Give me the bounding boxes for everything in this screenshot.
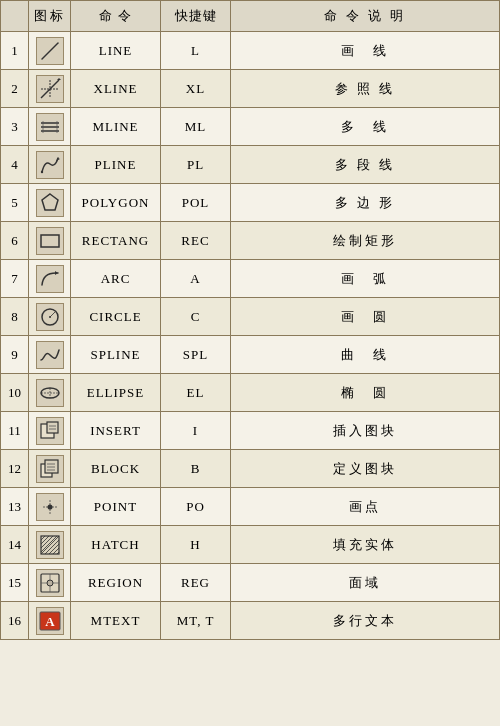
row-icon [29, 336, 71, 374]
row-icon [29, 108, 71, 146]
svg-rect-26 [45, 460, 58, 473]
row-desc: 曲 线 [231, 336, 500, 374]
svg-rect-22 [47, 422, 58, 433]
row-num: 2 [1, 70, 29, 108]
hatch-icon [36, 531, 64, 559]
mtext-icon: A [36, 607, 64, 635]
table-row: 1 LINE L 画 线 [1, 32, 500, 70]
table-header: 图标 命 令 快捷键 命 令 说 明 [1, 1, 500, 32]
row-icon [29, 564, 71, 602]
row-shortcut: SPL [161, 336, 231, 374]
svg-marker-11 [56, 158, 60, 161]
row-shortcut: H [161, 526, 231, 564]
row-icon [29, 526, 71, 564]
row-desc: 参 照 线 [231, 70, 500, 108]
table-row: 10 ELLIPSE EL 椭 圆 [1, 374, 500, 412]
svg-marker-12 [42, 194, 58, 210]
polygon-icon [36, 189, 64, 217]
spline-icon [36, 341, 64, 369]
table-row: 12 BLOCK B 定义图块 [1, 450, 500, 488]
header-desc: 命 令 说 明 [231, 1, 500, 32]
row-num: 11 [1, 412, 29, 450]
row-shortcut: L [161, 32, 231, 70]
table-row: 4 PLINE PL 多 段 线 [1, 146, 500, 184]
xline-icon [36, 75, 64, 103]
header-num [1, 1, 29, 32]
header-cmd: 命 令 [71, 1, 161, 32]
row-num: 7 [1, 260, 29, 298]
pline-icon [36, 151, 64, 179]
mline-icon [36, 113, 64, 141]
arc-icon [36, 265, 64, 293]
svg-marker-4 [57, 78, 61, 80]
row-command: ARC [71, 260, 161, 298]
row-num: 4 [1, 146, 29, 184]
svg-text:A: A [45, 614, 55, 629]
table-row: 7 ARC A 画 弧 [1, 260, 500, 298]
row-shortcut: C [161, 298, 231, 336]
row-shortcut: PO [161, 488, 231, 526]
row-shortcut: EL [161, 374, 231, 412]
svg-marker-14 [55, 271, 58, 275]
row-num: 8 [1, 298, 29, 336]
row-desc: 多 边 形 [231, 184, 500, 222]
row-icon [29, 412, 71, 450]
row-command: ELLIPSE [71, 374, 161, 412]
row-command: POINT [71, 488, 161, 526]
table-row: 2 XLINE XL 参 照 线 [1, 70, 500, 108]
svg-rect-13 [41, 235, 59, 247]
row-command: INSERT [71, 412, 161, 450]
row-icon [29, 70, 71, 108]
row-command: POLYGON [71, 184, 161, 222]
block-icon [36, 455, 64, 483]
table-row: 16 A MTEXT MT, T 多行文本 [1, 602, 500, 640]
row-desc: 椭 圆 [231, 374, 500, 412]
row-command: RECTANG [71, 222, 161, 260]
svg-point-44 [47, 580, 53, 586]
row-num: 6 [1, 222, 29, 260]
row-command: MLINE [71, 108, 161, 146]
row-num: 3 [1, 108, 29, 146]
ellipse-icon [36, 379, 64, 407]
row-num: 12 [1, 450, 29, 488]
row-shortcut: I [161, 412, 231, 450]
row-icon [29, 260, 71, 298]
row-shortcut: B [161, 450, 231, 488]
row-desc: 画 弧 [231, 260, 500, 298]
row-num: 9 [1, 336, 29, 374]
row-command: PLINE [71, 146, 161, 184]
row-command: SPLINE [71, 336, 161, 374]
row-icon [29, 488, 71, 526]
row-shortcut: REC [161, 222, 231, 260]
table-row: 13 POINT PO 画点 [1, 488, 500, 526]
header-icon: 图标 [29, 1, 71, 32]
row-shortcut: PL [161, 146, 231, 184]
row-icon [29, 146, 71, 184]
row-num: 1 [1, 32, 29, 70]
circle-icon [36, 303, 64, 331]
header-shortcut: 快捷键 [161, 1, 231, 32]
row-icon [29, 298, 71, 336]
row-icon [29, 222, 71, 260]
row-desc: 多 线 [231, 108, 500, 146]
row-command: REGION [71, 564, 161, 602]
row-command: LINE [71, 32, 161, 70]
row-command: HATCH [71, 526, 161, 564]
row-num: 15 [1, 564, 29, 602]
row-num: 14 [1, 526, 29, 564]
row-icon [29, 374, 71, 412]
row-command: CIRCLE [71, 298, 161, 336]
rectang-icon [36, 227, 64, 255]
row-shortcut: REG [161, 564, 231, 602]
row-desc: 多行文本 [231, 602, 500, 640]
table-row: 8 CIRCLE C 画 圆 [1, 298, 500, 336]
row-shortcut: A [161, 260, 231, 298]
row-num: 5 [1, 184, 29, 222]
row-desc: 插入图块 [231, 412, 500, 450]
row-command: MTEXT [71, 602, 161, 640]
row-icon [29, 32, 71, 70]
svg-line-35 [41, 536, 49, 544]
row-command: XLINE [71, 70, 161, 108]
svg-line-0 [42, 43, 58, 59]
row-desc: 填充实体 [231, 526, 500, 564]
